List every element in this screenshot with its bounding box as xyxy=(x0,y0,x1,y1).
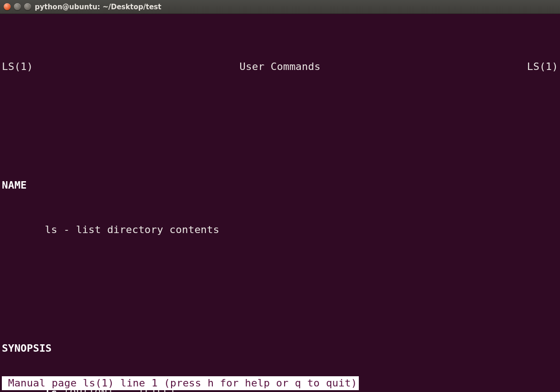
man-header-right: LS(1) xyxy=(527,59,558,74)
section-name-body: ls - list directory contents xyxy=(2,222,558,237)
close-icon[interactable] xyxy=(4,3,11,10)
window-controls xyxy=(4,3,31,10)
man-header-row: LS(1) User Commands LS(1) xyxy=(2,59,558,74)
man-header-left: LS(1) xyxy=(2,59,33,74)
window-titlebar: python@ubuntu: ~/Desktop/test xyxy=(0,0,560,14)
maximize-icon[interactable] xyxy=(24,3,31,10)
minimize-icon[interactable] xyxy=(14,3,21,10)
section-name-header: NAME xyxy=(2,178,558,193)
window-title: python@ubuntu: ~/Desktop/test xyxy=(35,3,161,11)
man-header-center: User Commands xyxy=(240,59,321,74)
terminal-viewport[interactable]: LS(1) User Commands LS(1) NAME ls - list… xyxy=(0,14,560,392)
man-status-line[interactable]: Manual page ls(1) line 1 (press h for he… xyxy=(2,376,359,390)
section-synopsis-header: SYNOPSIS xyxy=(2,341,558,356)
